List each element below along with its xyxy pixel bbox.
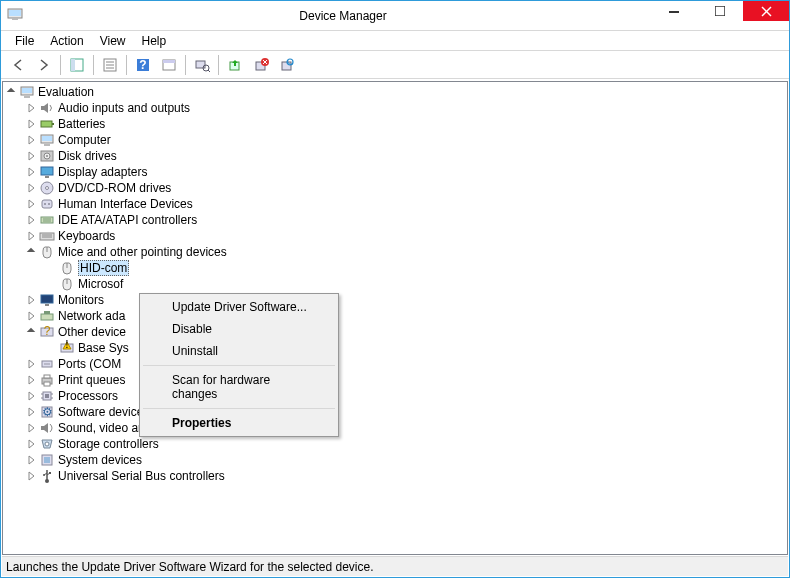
forward-button[interactable] [32, 53, 56, 77]
tree-node[interactable]: Disk drives [3, 148, 787, 164]
expander-icon[interactable] [25, 134, 37, 146]
tree-node[interactable]: Mice and other pointing devices [3, 244, 787, 260]
tree-node[interactable]: System devices [3, 452, 787, 468]
tree-child-node[interactable]: Microsof [3, 276, 787, 292]
expander-icon[interactable] [25, 294, 37, 306]
update-driver-button[interactable] [223, 53, 247, 77]
expander-icon[interactable] [25, 390, 37, 402]
expander-icon[interactable] [25, 454, 37, 466]
expander-icon[interactable] [25, 470, 37, 482]
show-hide-tree-button[interactable] [65, 53, 89, 77]
tree-child-node[interactable]: HID-com [3, 260, 787, 276]
svg-point-81 [45, 479, 49, 483]
menu-action[interactable]: Action [42, 32, 91, 50]
tree-root-node[interactable]: Evaluation [3, 84, 787, 100]
svg-rect-68 [44, 382, 50, 386]
tree-node[interactable]: Human Interface Devices [3, 196, 787, 212]
expander-icon[interactable] [25, 230, 37, 242]
disable-button[interactable] [275, 53, 299, 77]
svg-rect-33 [42, 136, 52, 141]
hid-icon [39, 196, 55, 212]
svg-rect-25 [282, 62, 291, 70]
expander-icon[interactable] [25, 214, 37, 226]
tree-node[interactable]: ?Other device [3, 324, 787, 340]
svg-point-43 [44, 203, 46, 205]
context-menu-item[interactable]: Scan for hardware changes [142, 369, 336, 405]
tree-node-label: Disk drives [58, 149, 117, 163]
action-button[interactable] [157, 53, 181, 77]
storage-icon [39, 436, 55, 452]
tree-node[interactable]: Network ada [3, 308, 787, 324]
svg-rect-42 [42, 200, 52, 208]
tree-node[interactable]: Sound, video and game controllers [3, 420, 787, 436]
warn-icon: ! [59, 340, 75, 356]
title-bar: Device Manager [1, 1, 789, 31]
tree-node[interactable]: Processors [3, 388, 787, 404]
svg-rect-83 [49, 472, 51, 474]
tree-node-label: Human Interface Devices [58, 197, 193, 211]
tree-node[interactable]: Audio inputs and outputs [3, 100, 787, 116]
context-menu-item[interactable]: Properties [142, 412, 336, 434]
maximize-button[interactable] [697, 1, 743, 21]
tree-node[interactable]: Computer [3, 132, 787, 148]
tree-node[interactable]: ⚙Software devices [3, 404, 787, 420]
expander-icon[interactable] [25, 358, 37, 370]
tree-node[interactable]: Keyboards [3, 228, 787, 244]
port-icon [39, 356, 55, 372]
tree-node[interactable]: Display adapters [3, 164, 787, 180]
menu-help[interactable]: Help [134, 32, 175, 50]
tree-node[interactable]: Ports (COM [3, 356, 787, 372]
expander-icon[interactable] [25, 102, 37, 114]
toolbar-separator [218, 55, 219, 75]
scan-hardware-button[interactable] [190, 53, 214, 77]
tree-node[interactable]: Universal Serial Bus controllers [3, 468, 787, 484]
uninstall-button[interactable] [249, 53, 273, 77]
toolbar-separator [185, 55, 186, 75]
minimize-button[interactable] [651, 1, 697, 21]
menu-file[interactable]: File [7, 32, 42, 50]
expander-icon[interactable] [25, 118, 37, 130]
system-icon [39, 452, 55, 468]
help-button[interactable]: ? [131, 53, 155, 77]
svg-rect-45 [41, 217, 53, 223]
close-button[interactable] [743, 1, 789, 21]
expander-icon[interactable] [25, 374, 37, 386]
tree-node[interactable]: IDE ATA/ATAPI controllers [3, 212, 787, 228]
expander-icon[interactable] [25, 310, 37, 322]
properties-button[interactable] [98, 53, 122, 77]
back-button[interactable] [6, 53, 30, 77]
context-menu-item[interactable]: Update Driver Software... [142, 296, 336, 318]
tree-child-node[interactable]: !Base Sys [3, 340, 787, 356]
expander-icon[interactable] [25, 198, 37, 210]
tree-node[interactable]: Monitors [3, 292, 787, 308]
tree-node-label: Storage controllers [58, 437, 159, 451]
expander-icon[interactable] [25, 246, 37, 258]
expander-icon[interactable] [25, 438, 37, 450]
tree-node-label: Keyboards [58, 229, 115, 243]
context-menu-item[interactable]: Disable [142, 318, 336, 340]
tree-node[interactable]: Batteries [3, 116, 787, 132]
expander-icon[interactable] [5, 86, 17, 98]
expander-icon[interactable] [25, 326, 37, 338]
menu-view[interactable]: View [92, 32, 134, 50]
tree-node-label: Computer [58, 133, 111, 147]
tree-node[interactable]: DVD/CD-ROM drives [3, 180, 787, 196]
svg-rect-16 [163, 60, 175, 63]
tree-node[interactable]: Print queues [3, 372, 787, 388]
tree-view[interactable]: EvaluationAudio inputs and outputsBatter… [2, 81, 788, 555]
svg-rect-30 [41, 121, 52, 127]
svg-rect-8 [71, 59, 75, 71]
context-menu: Update Driver Software...DisableUninstal… [139, 293, 339, 437]
tree-node-label: Processors [58, 389, 118, 403]
svg-text:!: ! [65, 340, 68, 351]
expander-icon[interactable] [25, 182, 37, 194]
tree-node-label: Audio inputs and outputs [58, 101, 190, 115]
tree-node[interactable]: Storage controllers [3, 436, 787, 452]
expander-icon[interactable] [25, 422, 37, 434]
expander-icon[interactable] [25, 150, 37, 162]
expander-icon[interactable] [25, 406, 37, 418]
svg-rect-3 [669, 11, 679, 13]
sound-icon [39, 420, 55, 436]
context-menu-item[interactable]: Uninstall [142, 340, 336, 362]
expander-icon[interactable] [25, 166, 37, 178]
